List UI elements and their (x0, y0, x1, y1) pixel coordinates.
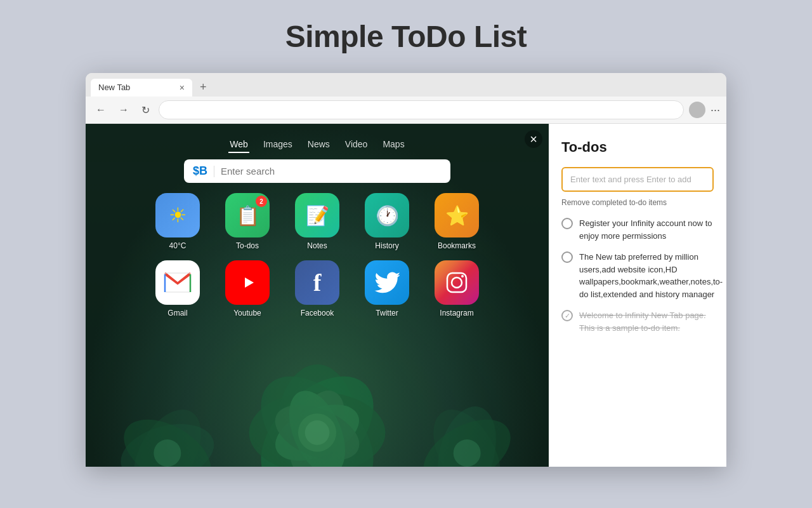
svg-point-25 (454, 439, 481, 467)
search-divider (214, 166, 214, 177)
twitter-label: Twitter (376, 309, 398, 318)
weather-label: 40°C (169, 241, 187, 250)
overlay-close-button[interactable]: × (525, 130, 542, 148)
todo-text-2: The New tab preferred by million users,a… (579, 251, 723, 300)
todo-panel-title: To-dos (561, 139, 714, 156)
browser-tabs-bar: New Tab × + (86, 73, 726, 97)
todo-item-2: The New tab preferred by million users,a… (561, 251, 714, 300)
svg-marker-29 (245, 277, 254, 288)
instagram-icon-img (435, 260, 479, 305)
forward-button[interactable]: → (115, 103, 133, 117)
app-icon-weather[interactable]: ☀ 40°C (149, 193, 206, 250)
app-icon-youtube[interactable]: Youtube (219, 260, 276, 318)
app-icon-notes[interactable]: 📝 Notes (289, 193, 346, 250)
svg-point-32 (461, 275, 464, 277)
todo-checkbox-1[interactable] (561, 218, 573, 229)
remove-completed-button[interactable]: Remove completed to-do items (561, 198, 714, 207)
app-icon-gmail[interactable]: Gmail (149, 260, 206, 318)
search-tabs: Web Images News Video Maps (228, 137, 405, 153)
instagram-label: Instagram (440, 309, 473, 318)
new-tab-page: × Web Images News Video Maps $B (86, 124, 549, 467)
browser-content: × Web Images News Video Maps $B (86, 124, 726, 467)
gmail-icon-img (155, 260, 200, 305)
notes-label: Notes (307, 241, 327, 250)
bookmarks-label: Bookmarks (438, 241, 476, 250)
bookmarks-icon-img: ⭐ (435, 193, 479, 237)
todo-item-3: Welcome to Infinity New Tab page. This i… (561, 309, 714, 334)
app-icon-todos[interactable]: 2 📋 To-dos (219, 193, 276, 250)
app-icon-bookmarks[interactable]: ⭐ Bookmarks (428, 193, 485, 250)
gmail-label: Gmail (167, 309, 187, 318)
app-icons-grid: ☀ 40°C 2 📋 To-dos 📝 Notes (136, 193, 498, 318)
todo-checkbox-2[interactable] (561, 251, 573, 263)
search-tab-news[interactable]: News (306, 137, 331, 153)
youtube-label: Youtube (233, 309, 261, 318)
app-icon-instagram[interactable]: Instagram (428, 260, 485, 318)
active-tab[interactable]: New Tab × (91, 79, 192, 97)
search-box: $B (184, 159, 450, 183)
browser-menu-button[interactable]: ··· (710, 104, 720, 117)
facebook-label: Facebook (301, 309, 334, 318)
browser-window: New Tab × + ← → ↻ ··· (86, 73, 726, 467)
new-tab-button[interactable]: + (195, 78, 212, 97)
user-avatar (689, 102, 705, 118)
facebook-icon-img: f (295, 260, 339, 305)
search-area: Web Images News Video Maps $B (86, 137, 549, 183)
search-input[interactable] (221, 166, 442, 177)
bing-logo: $B (193, 164, 207, 178)
todos-badge: 2 (256, 196, 267, 207)
tab-label: New Tab (98, 83, 130, 92)
todos-label: To-dos (236, 241, 259, 250)
todo-text-3: Welcome to Infinity New Tab page. This i… (579, 309, 714, 334)
todo-panel: To-dos Remove completed to-do items Regi… (549, 124, 726, 467)
youtube-icon-img (225, 260, 270, 305)
browser-nav-bar: ← → ↻ ··· (86, 97, 726, 124)
address-bar[interactable] (159, 100, 684, 119)
search-tab-images[interactable]: Images (262, 137, 294, 153)
history-icon-img: 🕐 (365, 193, 409, 237)
todo-text-1: Register your Infinity account now to en… (579, 217, 714, 242)
svg-point-31 (452, 277, 462, 288)
todos-icon-img: 2 📋 (225, 193, 270, 237)
todo-item-1: Register your Infinity account now to en… (561, 217, 714, 242)
app-icon-twitter[interactable]: Twitter (358, 260, 416, 318)
search-tab-maps[interactable]: Maps (381, 137, 405, 153)
search-tab-video[interactable]: Video (344, 137, 369, 153)
todo-checkbox-3[interactable] (561, 310, 573, 321)
twitter-icon-img (365, 260, 409, 305)
tab-close-button[interactable]: × (180, 83, 185, 93)
notes-icon-img: 📝 (295, 193, 339, 237)
svg-point-17 (305, 420, 330, 445)
page-title: Simple ToDo List (285, 19, 527, 54)
app-icon-facebook[interactable]: f Facebook (289, 260, 346, 318)
search-tab-web[interactable]: Web (228, 137, 249, 153)
todo-input[interactable] (561, 167, 714, 192)
reload-button[interactable]: ↻ (138, 103, 154, 117)
back-button[interactable]: ← (92, 103, 110, 117)
history-label: History (375, 241, 398, 250)
weather-icon-img: ☀ (155, 193, 200, 237)
app-icon-history[interactable]: 🕐 History (358, 193, 416, 250)
svg-point-21 (154, 439, 181, 467)
